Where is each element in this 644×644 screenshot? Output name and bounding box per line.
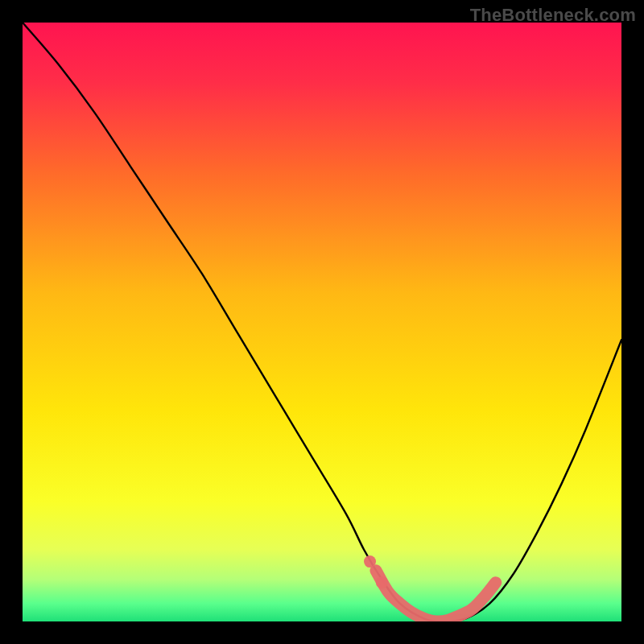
svg-point-0 (364, 555, 376, 568)
bottleneck-chart (23, 23, 621, 621)
chart-stage: TheBottleneck.com (0, 0, 644, 644)
gradient-background (23, 23, 621, 621)
svg-point-1 (376, 576, 388, 588)
